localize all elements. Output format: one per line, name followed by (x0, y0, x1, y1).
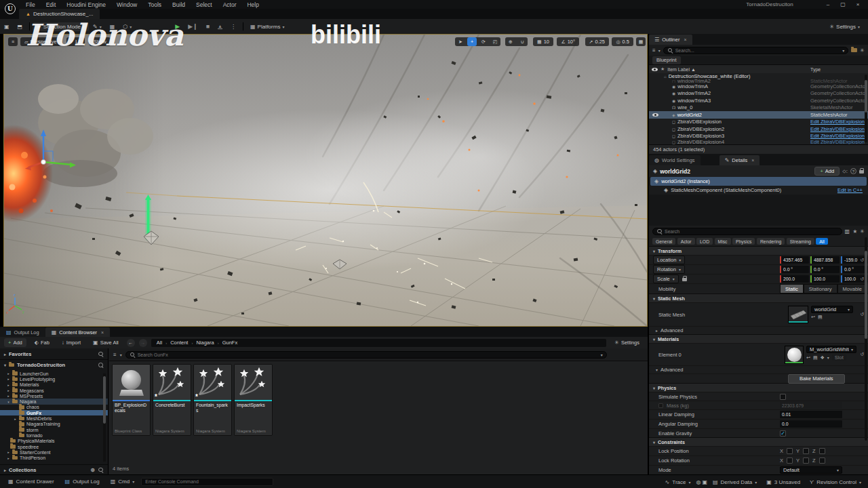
tab-world-settings[interactable]: ◍ World Settings (649, 155, 701, 165)
section-transform[interactable]: ▾Transform (649, 246, 868, 255)
rotation-snap-control[interactable]: ∠ 10° (557, 37, 579, 46)
material-thumbnail[interactable] (785, 346, 804, 364)
lit-dropdown[interactable]: ◐ Lit (66, 37, 85, 46)
filter-chip-blueprint[interactable]: Blueprint (652, 56, 681, 64)
tree-item-storm[interactable]: storm (0, 427, 108, 432)
location-x-field[interactable]: 4357.465 (780, 256, 809, 264)
camera-speed-control[interactable]: ◎ 0.5 (612, 37, 633, 46)
outliner-row[interactable]: ◻ ZbiraVDBExplosion4Edit ZbiraVDBExplosi… (649, 140, 868, 144)
close-button[interactable]: × (850, 1, 865, 7)
search-icon[interactable] (98, 351, 104, 357)
chevron-down-icon[interactable]: ▾ (601, 352, 603, 357)
maximize-button[interactable]: ▢ (835, 1, 850, 7)
selection-mode-dropdown[interactable]: ➤ Selection Mode ▾ (33, 22, 89, 31)
chip-actor[interactable]: Actor (677, 238, 695, 245)
material-select[interactable]: M_worldGridWhite_In▾ (806, 346, 856, 353)
tree-item-launchergun[interactable]: ▸LauncherGun (0, 371, 108, 376)
menu-select[interactable]: Select (191, 1, 218, 8)
rotation-dropdown[interactable]: Rotation▾ (653, 265, 685, 274)
menu-file[interactable]: File (20, 1, 41, 8)
tab-destruction-showcase[interactable]: ▲ DestructionShowcase_... (19, 9, 100, 19)
scale-z-field[interactable]: 100.0 (841, 275, 868, 283)
landscape-tool-icon[interactable]: ▦ (106, 22, 119, 31)
chip-misc[interactable]: Misc (715, 238, 731, 245)
outliner-row[interactable]: ◉ windowTrimA2GeometryCollectionActor (649, 90, 868, 98)
rotation-z-field[interactable]: 0.0 ° (841, 266, 868, 273)
gear-icon[interactable]: ✳ (860, 228, 865, 235)
details-search-input[interactable] (652, 228, 842, 235)
unsaved-button[interactable]: ▣ 3 Unsaved (762, 479, 804, 485)
details-search-field[interactable] (665, 229, 838, 234)
new-folder-icon[interactable] (851, 48, 857, 52)
lock-position-y-checkbox[interactable] (803, 448, 809, 454)
mobility-static[interactable]: Static (780, 284, 804, 293)
outliner-row-selected[interactable]: ◈ worldGrid2StaticMeshActor (649, 111, 868, 119)
type-column[interactable]: Type (810, 67, 821, 72)
favorites-icon[interactable]: ★ (852, 228, 857, 235)
paint-tool-icon[interactable]: ✎▾ (89, 22, 106, 31)
add-button[interactable]: +Add (4, 338, 26, 347)
pin-column-icon[interactable]: ★ (660, 66, 665, 72)
mass-override-checkbox[interactable] (658, 403, 663, 408)
breadcrumb-niagara[interactable]: Niagara (196, 340, 214, 346)
grid-snap-control[interactable]: ▦ 10 (533, 37, 553, 46)
scale-x-field[interactable]: 200.0 (780, 275, 809, 283)
tree-item-tornado[interactable]: tornado (0, 432, 108, 438)
angular-damping-field[interactable]: 0.0 (780, 420, 842, 428)
tab-details[interactable]: ✎ Details × (719, 155, 760, 165)
browse-to-icon[interactable]: ▤ (818, 314, 823, 320)
tree-item-meshdebris[interactable]: ▸MeshDebris (0, 415, 108, 421)
slot-field[interactable]: Slot (832, 354, 846, 361)
tab-outliner[interactable]: ☰ Outliner × (649, 35, 692, 45)
breadcrumb[interactable]: All› Content› Niagara› GunFx (151, 339, 606, 347)
save-all-button[interactable]: ▣Save All (89, 338, 123, 347)
tree-item-niagaratraining[interactable]: NiagaraTraining (0, 422, 108, 427)
modes-icon[interactable]: ⬒ (14, 22, 27, 31)
tree-item-startercontent[interactable]: ▸StarterContent (0, 449, 108, 455)
outliner-search-field[interactable] (675, 48, 841, 53)
tree-item-thirdperson[interactable]: ▸ThirdPerson (0, 455, 108, 460)
scale-dropdown[interactable]: Scale▾ (653, 274, 679, 283)
content-drawer-button[interactable]: ▦ Content Drawer (4, 479, 58, 485)
asset-search-field[interactable] (138, 352, 599, 357)
settings-dropdown[interactable]: ✳ Settings ▾ (825, 22, 864, 31)
asset-search-input[interactable]: ▾ (125, 351, 607, 359)
asset-tile-concreteburst[interactable]: * ConcreteBurst Niagara System (153, 364, 191, 436)
component-row-instance[interactable]: ◈ worldGrid2 (Instance) (650, 177, 867, 186)
world-space-icon[interactable]: ⊕ (506, 37, 515, 46)
edit-link[interactable]: Edit ZbiraVDBExplosion (810, 126, 865, 132)
section-materials[interactable]: ▾Materials (649, 334, 868, 343)
details-scrollbar[interactable] (865, 237, 867, 441)
filter-icon[interactable]: ≡ (652, 47, 656, 54)
eye-icon[interactable] (652, 113, 658, 117)
menu-tools[interactable]: Tools (142, 1, 167, 8)
help-icon[interactable]: ? (850, 168, 856, 174)
close-icon[interactable]: × (751, 158, 754, 163)
surface-snap-icon[interactable]: ∪ (517, 37, 527, 46)
tree-item-physicalmaterials[interactable]: PhysicalMaterials (0, 439, 108, 444)
cb-settings-dropdown[interactable]: ✳Settings (610, 338, 644, 347)
play-options-icon[interactable]: ⋮ (226, 22, 240, 31)
gear-icon[interactable]: ✳ (860, 47, 865, 54)
rotation-y-field[interactable]: 0.0 ° (810, 266, 840, 273)
frame-skip-button[interactable]: ▶❙ (184, 22, 201, 31)
minimize-button[interactable]: – (821, 1, 835, 7)
derived-data-dropdown[interactable]: ▤ Derived Data ▾ (709, 479, 761, 485)
lock-position-x-checkbox[interactable] (787, 448, 793, 454)
menu-build[interactable]: Build (167, 1, 191, 8)
outliner-search-input[interactable]: ▾ (663, 47, 849, 54)
location-dropdown[interactable]: Location▾ (653, 256, 685, 264)
save-icon[interactable]: ▣ (0, 22, 14, 31)
scale-lock-icon[interactable] (682, 278, 687, 281)
bake-materials-button[interactable]: Bake Materials (788, 374, 845, 384)
close-icon[interactable]: × (684, 37, 686, 42)
back-button[interactable]: ← (127, 339, 135, 347)
item-label-column[interactable]: Item Label ▲ (667, 67, 696, 72)
use-selected-icon[interactable]: ↩ (806, 355, 810, 361)
chevron-down-icon[interactable]: ▾ (842, 48, 844, 53)
tree-root[interactable]: ▾ TornadoDestruciton (0, 360, 108, 370)
favorites-header[interactable]: ▸Favorites (0, 348, 108, 360)
reset-static-mesh-icon[interactable]: ↺ (860, 312, 864, 317)
select-tool-icon[interactable]: ➤ (456, 37, 465, 46)
rotation-x-field[interactable]: 0.0 ° (780, 266, 809, 273)
